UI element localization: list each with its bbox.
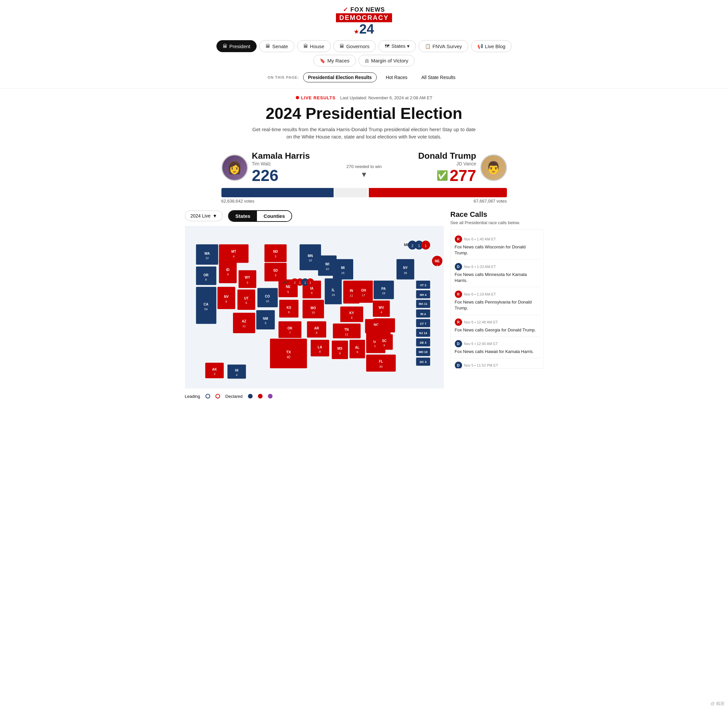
header: ✓ FOX NEWS DEMOCRACY ★24 🏛 President 🏛 S… [0, 0, 728, 89]
margin-icon: ⚖ [365, 58, 369, 63]
call-time: Nov 6 • 1:33 AM ET [464, 265, 496, 268]
svg-text:6: 6 [288, 310, 290, 314]
rep-leading-dot [215, 394, 220, 399]
legend-declared-label: Declared [226, 394, 243, 399]
dropdown-chevron-icon: ▼ [212, 213, 217, 219]
nav-fnva[interactable]: 📋 FNVA Survey [419, 40, 469, 52]
year-dropdown[interactable]: 2024 Live ▼ [185, 211, 223, 221]
svg-text:OH: OH [361, 289, 366, 292]
svg-text:AK: AK [212, 367, 217, 371]
svg-text:4: 4 [236, 373, 237, 377]
president-icon: 🏛 [223, 44, 227, 49]
map-section: 2024 Live ▼ States Counties WA 12 OR 8 [182, 210, 547, 399]
svg-text:15: 15 [341, 271, 344, 274]
race-calls: Race Calls See all Presidential race cal… [450, 210, 543, 399]
svg-text:4: 4 [227, 273, 229, 276]
call-text: Fox News calls Pennsylvania for Donald T… [455, 299, 539, 311]
call-time: Nov 6 • 1:45 AM ET [464, 237, 496, 241]
svg-text:WY: WY [245, 276, 250, 279]
fox-logo: ✓ FOX NEWS [343, 6, 385, 13]
trump-vp: JD Vance [418, 161, 476, 166]
race-call-item: R Nov 6 • 1:19 AM ET Fox News calls Penn… [454, 287, 541, 315]
svg-text:CT 7: CT 7 [420, 322, 426, 325]
svg-text:MA 11: MA 11 [419, 302, 427, 305]
svg-text:11: 11 [344, 332, 348, 336]
legend-dem-leading [205, 394, 210, 399]
nav-governors[interactable]: 🏛 Governors [333, 40, 376, 52]
svg-text:10: 10 [326, 267, 329, 270]
toggle-counties[interactable]: Counties [257, 211, 291, 221]
svg-text:CO: CO [265, 295, 270, 298]
nav-margin[interactable]: ⚖ Margin of Victory [359, 55, 415, 66]
map-container: 2024 Live ▼ States Counties WA 12 OR 8 [185, 210, 444, 399]
svg-text:NJ 14: NJ 14 [419, 332, 427, 335]
call-time: Nov 6 • 12:48 AM ET [464, 320, 498, 324]
svg-text:2: 2 [294, 281, 296, 284]
svg-text:TX: TX [286, 350, 291, 354]
svg-text:SC: SC [382, 339, 387, 342]
race-call-item: R Nov 6 • 12:48 AM ET Fox News calls Geo… [454, 315, 541, 337]
toggle-states[interactable]: States [229, 211, 257, 221]
nav-senate[interactable]: 🏛 Senate [259, 40, 294, 52]
race-call-item: D Nov 6 • 1:33 AM ET Fox News calls Minn… [454, 260, 541, 287]
dem-leading-dot [205, 394, 210, 399]
nav-house[interactable]: 🏛 House [297, 40, 331, 52]
trump-name: Donald Trump [418, 151, 476, 161]
svg-text:9: 9 [384, 344, 385, 347]
progress-rep [369, 188, 507, 197]
states-icon: 🗺 [385, 44, 390, 49]
page-link-presidential[interactable]: Presidential Election Results [303, 72, 377, 82]
map-legend: Leading Declared [185, 394, 444, 399]
page-link-all-states[interactable]: All State Results [416, 72, 460, 82]
winner-check-icon: ✅ [437, 170, 448, 181]
svg-text:6: 6 [311, 291, 312, 295]
call-text: Fox News calls Hawaii for Kamala Harris. [455, 349, 539, 355]
progress-dem [221, 188, 334, 197]
svg-text:7: 7 [289, 331, 290, 334]
svg-rect-13 [219, 244, 248, 263]
svg-text:IA: IA [310, 286, 313, 290]
svg-text:DC 3: DC 3 [420, 360, 426, 364]
svg-text:KY: KY [349, 311, 354, 315]
nav-live-blog[interactable]: 📢 Live Blog [471, 40, 512, 52]
svg-text:WI: WI [325, 263, 329, 266]
nav-row-2: 🔖 My Races ⚖ Margin of Victory [0, 55, 728, 66]
call-time: Nov 5 • 11:52 PM ET [464, 363, 498, 367]
svg-text:SD: SD [273, 268, 278, 272]
svg-text:IN: IN [350, 289, 353, 293]
svg-text:4: 4 [381, 310, 382, 314]
vote-totals: 62,638,642 votes 67,667,087 votes [215, 199, 514, 204]
svg-text:1: 1 [309, 281, 311, 284]
svg-text:MD 10: MD 10 [419, 351, 427, 354]
nav-my-races[interactable]: 🔖 My Races [313, 55, 356, 66]
harris-vp: Tim Walz [252, 161, 310, 166]
candidates-row: 👩 Kamala Harris Tim Walz 226 270 needed … [215, 151, 514, 185]
svg-text:MI: MI [341, 266, 344, 270]
svg-text:11: 11 [350, 293, 353, 297]
page-subtitle: Get real-time results from the Kamala Ha… [251, 126, 477, 141]
liveblog-icon: 📢 [478, 44, 483, 49]
svg-text:3: 3 [274, 273, 276, 277]
svg-text:10: 10 [308, 258, 312, 262]
map-toggle: States Counties [228, 210, 292, 222]
svg-text:19: 19 [382, 292, 385, 295]
live-dot [296, 96, 299, 99]
page-link-hot-races[interactable]: Hot Races [381, 72, 412, 82]
svg-text:30: 30 [379, 365, 382, 368]
svg-text:17: 17 [362, 293, 365, 296]
svg-text:OR: OR [204, 273, 209, 277]
harris-votes: 62,638,642 votes [221, 199, 255, 204]
progress-container [215, 188, 514, 197]
svg-text:1: 1 [418, 244, 420, 247]
live-badge: LIVE RESULTS Last Updated: November 6, 2… [296, 95, 432, 100]
on-this-page: ON THIS PAGE: Presidential Election Resu… [0, 70, 728, 85]
svg-text:6: 6 [316, 331, 317, 334]
race-calls-list[interactable]: R Nov 6 • 1:45 AM ET Fox News calls Wisc… [450, 229, 543, 369]
year-logo: ★24 [354, 22, 374, 35]
svg-text:AL: AL [355, 345, 359, 349]
svg-text:19: 19 [331, 293, 335, 296]
nav-states[interactable]: 🗺 States ▾ [378, 40, 416, 52]
my-races-icon: 🔖 [320, 58, 325, 63]
nav-president[interactable]: 🏛 President [217, 40, 256, 52]
svg-text:WA: WA [204, 251, 209, 255]
